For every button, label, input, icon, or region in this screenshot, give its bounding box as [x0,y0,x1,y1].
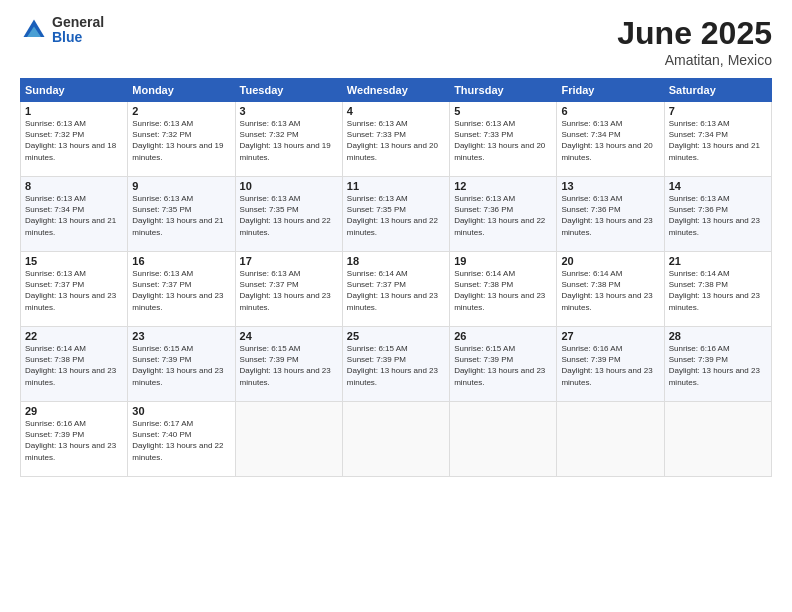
calendar-cell: 22 Sunrise: 6:14 AMSunset: 7:38 PMDaylig… [21,327,128,402]
day-info: Sunrise: 6:13 AMSunset: 7:37 PMDaylight:… [132,269,223,312]
day-info: Sunrise: 6:13 AMSunset: 7:33 PMDaylight:… [454,119,545,162]
day-number: 6 [561,105,659,117]
col-sunday: Sunday [21,79,128,102]
day-info: Sunrise: 6:13 AMSunset: 7:33 PMDaylight:… [347,119,438,162]
logo-icon [20,16,48,44]
col-thursday: Thursday [450,79,557,102]
calendar-cell: 17 Sunrise: 6:13 AMSunset: 7:37 PMDaylig… [235,252,342,327]
day-info: Sunrise: 6:13 AMSunset: 7:37 PMDaylight:… [240,269,331,312]
col-monday: Monday [128,79,235,102]
day-number: 16 [132,255,230,267]
header: General Blue June 2025 Amatitan, Mexico [20,15,772,68]
calendar-cell [557,402,664,477]
day-info: Sunrise: 6:14 AMSunset: 7:38 PMDaylight:… [669,269,760,312]
day-number: 28 [669,330,767,342]
calendar-cell: 19 Sunrise: 6:14 AMSunset: 7:38 PMDaylig… [450,252,557,327]
day-info: Sunrise: 6:14 AMSunset: 7:37 PMDaylight:… [347,269,438,312]
calendar-cell: 9 Sunrise: 6:13 AMSunset: 7:35 PMDayligh… [128,177,235,252]
page: General Blue June 2025 Amatitan, Mexico … [0,0,792,612]
day-info: Sunrise: 6:13 AMSunset: 7:36 PMDaylight:… [561,194,652,237]
calendar-cell: 26 Sunrise: 6:15 AMSunset: 7:39 PMDaylig… [450,327,557,402]
day-info: Sunrise: 6:13 AMSunset: 7:34 PMDaylight:… [669,119,760,162]
calendar-cell: 6 Sunrise: 6:13 AMSunset: 7:34 PMDayligh… [557,102,664,177]
calendar-cell: 28 Sunrise: 6:16 AMSunset: 7:39 PMDaylig… [664,327,771,402]
col-tuesday: Tuesday [235,79,342,102]
col-saturday: Saturday [664,79,771,102]
day-info: Sunrise: 6:16 AMSunset: 7:39 PMDaylight:… [669,344,760,387]
month-title: June 2025 [617,15,772,52]
day-number: 8 [25,180,123,192]
calendar-cell: 10 Sunrise: 6:13 AMSunset: 7:35 PMDaylig… [235,177,342,252]
day-number: 10 [240,180,338,192]
day-info: Sunrise: 6:13 AMSunset: 7:32 PMDaylight:… [240,119,331,162]
calendar-header-row: Sunday Monday Tuesday Wednesday Thursday… [21,79,772,102]
day-number: 19 [454,255,552,267]
day-number: 22 [25,330,123,342]
calendar-cell: 16 Sunrise: 6:13 AMSunset: 7:37 PMDaylig… [128,252,235,327]
calendar-cell: 20 Sunrise: 6:14 AMSunset: 7:38 PMDaylig… [557,252,664,327]
calendar-cell: 18 Sunrise: 6:14 AMSunset: 7:37 PMDaylig… [342,252,449,327]
day-info: Sunrise: 6:15 AMSunset: 7:39 PMDaylight:… [454,344,545,387]
calendar-cell: 13 Sunrise: 6:13 AMSunset: 7:36 PMDaylig… [557,177,664,252]
calendar-cell: 14 Sunrise: 6:13 AMSunset: 7:36 PMDaylig… [664,177,771,252]
day-number: 4 [347,105,445,117]
day-number: 24 [240,330,338,342]
calendar-cell [235,402,342,477]
day-info: Sunrise: 6:13 AMSunset: 7:36 PMDaylight:… [454,194,545,237]
day-number: 5 [454,105,552,117]
day-info: Sunrise: 6:13 AMSunset: 7:37 PMDaylight:… [25,269,116,312]
day-info: Sunrise: 6:13 AMSunset: 7:35 PMDaylight:… [132,194,223,237]
calendar-cell: 29 Sunrise: 6:16 AMSunset: 7:39 PMDaylig… [21,402,128,477]
day-info: Sunrise: 6:16 AMSunset: 7:39 PMDaylight:… [25,419,116,462]
day-info: Sunrise: 6:16 AMSunset: 7:39 PMDaylight:… [561,344,652,387]
calendar-cell: 8 Sunrise: 6:13 AMSunset: 7:34 PMDayligh… [21,177,128,252]
day-number: 29 [25,405,123,417]
day-info: Sunrise: 6:15 AMSunset: 7:39 PMDaylight:… [240,344,331,387]
day-info: Sunrise: 6:14 AMSunset: 7:38 PMDaylight:… [454,269,545,312]
day-number: 27 [561,330,659,342]
day-number: 11 [347,180,445,192]
calendar-cell: 3 Sunrise: 6:13 AMSunset: 7:32 PMDayligh… [235,102,342,177]
logo-text: General Blue [52,15,104,46]
day-number: 30 [132,405,230,417]
calendar-cell [342,402,449,477]
day-info: Sunrise: 6:13 AMSunset: 7:35 PMDaylight:… [240,194,331,237]
logo-general-text: General [52,15,104,30]
calendar-cell [450,402,557,477]
day-info: Sunrise: 6:13 AMSunset: 7:32 PMDaylight:… [25,119,116,162]
day-number: 2 [132,105,230,117]
day-number: 17 [240,255,338,267]
day-info: Sunrise: 6:13 AMSunset: 7:34 PMDaylight:… [561,119,652,162]
logo: General Blue [20,15,104,46]
day-number: 26 [454,330,552,342]
day-number: 18 [347,255,445,267]
logo-blue-text: Blue [52,30,104,45]
day-info: Sunrise: 6:15 AMSunset: 7:39 PMDaylight:… [132,344,223,387]
day-number: 25 [347,330,445,342]
calendar-cell: 27 Sunrise: 6:16 AMSunset: 7:39 PMDaylig… [557,327,664,402]
location: Amatitan, Mexico [617,52,772,68]
calendar-cell: 23 Sunrise: 6:15 AMSunset: 7:39 PMDaylig… [128,327,235,402]
calendar-cell: 4 Sunrise: 6:13 AMSunset: 7:33 PMDayligh… [342,102,449,177]
title-block: June 2025 Amatitan, Mexico [617,15,772,68]
day-info: Sunrise: 6:17 AMSunset: 7:40 PMDaylight:… [132,419,223,462]
calendar-cell: 30 Sunrise: 6:17 AMSunset: 7:40 PMDaylig… [128,402,235,477]
calendar-cell: 5 Sunrise: 6:13 AMSunset: 7:33 PMDayligh… [450,102,557,177]
calendar-cell [664,402,771,477]
day-number: 21 [669,255,767,267]
day-number: 20 [561,255,659,267]
day-number: 12 [454,180,552,192]
day-info: Sunrise: 6:13 AMSunset: 7:34 PMDaylight:… [25,194,116,237]
day-info: Sunrise: 6:13 AMSunset: 7:32 PMDaylight:… [132,119,223,162]
calendar-week-3: 15 Sunrise: 6:13 AMSunset: 7:37 PMDaylig… [21,252,772,327]
calendar-week-4: 22 Sunrise: 6:14 AMSunset: 7:38 PMDaylig… [21,327,772,402]
calendar-cell: 25 Sunrise: 6:15 AMSunset: 7:39 PMDaylig… [342,327,449,402]
calendar-week-1: 1 Sunrise: 6:13 AMSunset: 7:32 PMDayligh… [21,102,772,177]
calendar-cell: 2 Sunrise: 6:13 AMSunset: 7:32 PMDayligh… [128,102,235,177]
day-number: 1 [25,105,123,117]
calendar-cell: 15 Sunrise: 6:13 AMSunset: 7:37 PMDaylig… [21,252,128,327]
day-number: 3 [240,105,338,117]
calendar-cell: 7 Sunrise: 6:13 AMSunset: 7:34 PMDayligh… [664,102,771,177]
calendar-week-2: 8 Sunrise: 6:13 AMSunset: 7:34 PMDayligh… [21,177,772,252]
day-number: 9 [132,180,230,192]
